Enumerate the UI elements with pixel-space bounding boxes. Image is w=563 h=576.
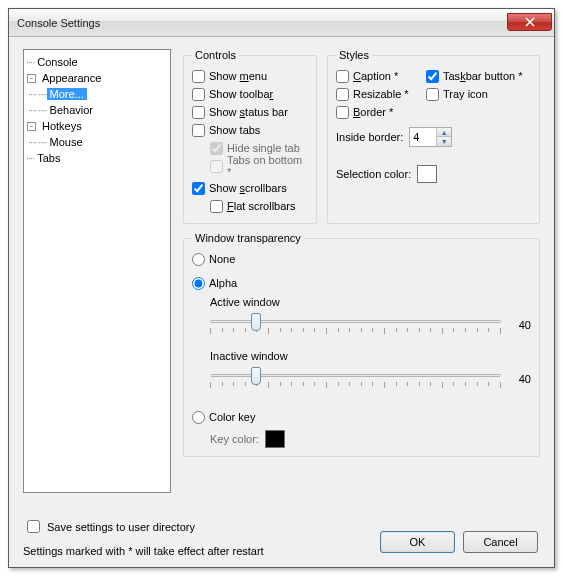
expand-icon[interactable]: - <box>27 122 36 131</box>
alpha-radio[interactable]: Alpha <box>192 274 531 292</box>
styles-legend: Styles <box>336 49 372 61</box>
cancel-button[interactable]: Cancel <box>463 531 538 553</box>
styles-group: Styles Caption * Resizable * Border * Ta… <box>327 49 540 224</box>
show-statusbar-checkbox[interactable]: Show status bar <box>192 103 308 121</box>
inactive-window-slider[interactable] <box>210 364 501 394</box>
none-radio[interactable]: None <box>192 250 531 268</box>
tree-hotkeys[interactable]: Hotkeys <box>39 120 85 132</box>
titlebar: Console Settings <box>9 9 554 37</box>
show-tabs-checkbox[interactable]: Show tabs <box>192 121 308 139</box>
caption-checkbox[interactable]: Caption * <box>336 67 420 85</box>
selection-color-swatch[interactable] <box>417 165 437 183</box>
show-toolbar-checkbox[interactable]: Show toolbar <box>192 85 308 103</box>
key-color-label: Key color: <box>210 433 259 445</box>
category-tree[interactable]: ····Console -Appearance ···· ····More...… <box>23 49 171 493</box>
tray-icon-checkbox[interactable]: Tray icon <box>426 85 523 103</box>
inactive-window-value: 40 <box>511 373 531 385</box>
spin-down-icon[interactable]: ▼ <box>436 137 451 146</box>
tabs-bottom-checkbox: Tabs on bottom * <box>192 157 308 175</box>
transparency-group: Window transparency None Alpha Active wi… <box>183 232 540 457</box>
tree-appearance[interactable]: Appearance <box>39 72 104 84</box>
selection-color-label: Selection color: <box>336 168 411 180</box>
transparency-legend: Window transparency <box>192 232 304 244</box>
active-window-slider[interactable] <box>210 310 501 340</box>
show-scrollbars-checkbox[interactable]: Show scrollbars <box>192 179 308 197</box>
controls-legend: Controls <box>192 49 239 61</box>
expand-icon[interactable]: - <box>27 74 36 83</box>
settings-dialog: Console Settings ····Console -Appearance… <box>8 8 555 568</box>
active-window-label: Active window <box>210 296 531 308</box>
key-color-swatch <box>265 430 285 448</box>
flat-scrollbars-checkbox[interactable]: Flat scrollbars <box>192 197 308 215</box>
active-window-value: 40 <box>511 319 531 331</box>
inside-border-input[interactable] <box>410 131 436 143</box>
tree-more[interactable]: More... <box>47 88 87 100</box>
tree-console[interactable]: Console <box>34 56 80 68</box>
taskbar-button-checkbox[interactable]: Taskbar button * <box>426 67 523 85</box>
show-menu-checkbox[interactable]: Show menu <box>192 67 308 85</box>
controls-group: Controls Show menu Show toolbar Show sta… <box>183 49 317 224</box>
tree-behavior[interactable]: Behavior <box>47 104 96 116</box>
resizable-checkbox[interactable]: Resizable * <box>336 85 420 103</box>
colorkey-radio[interactable]: Color key <box>192 408 531 426</box>
inside-border-label: Inside border: <box>336 131 403 143</box>
ok-button[interactable]: OK <box>380 531 455 553</box>
border-checkbox[interactable]: Border * <box>336 103 420 121</box>
close-button[interactable] <box>507 13 552 31</box>
window-title: Console Settings <box>17 17 507 29</box>
tree-mouse[interactable]: Mouse <box>47 136 86 148</box>
spin-up-icon[interactable]: ▲ <box>436 128 451 137</box>
inside-border-spinner[interactable]: ▲▼ <box>409 127 452 147</box>
tree-tabs[interactable]: Tabs <box>34 152 63 164</box>
